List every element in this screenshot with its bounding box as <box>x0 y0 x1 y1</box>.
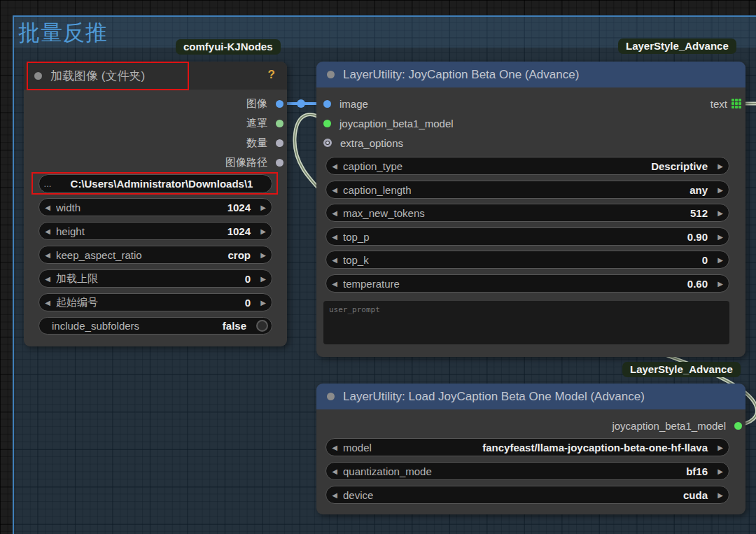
output-slot-image-path[interactable]: 图像路径 <box>225 153 287 172</box>
node-load-model-header[interactable]: LayerUtility: Load JoyCaption Beta One M… <box>316 384 746 409</box>
spinner-right-icon[interactable]: ▶ <box>712 186 729 194</box>
user-prompt-textarea[interactable] <box>323 301 729 344</box>
toggle-knob-icon[interactable] <box>256 320 268 332</box>
widget-height[interactable]: ◀ height 1024 ▶ <box>38 222 272 240</box>
widget-width[interactable]: ◀ width 1024 ▶ <box>38 198 272 216</box>
spinner-right-icon[interactable]: ▶ <box>712 491 729 499</box>
output-dot-icon[interactable] <box>276 100 284 108</box>
spinner-left-icon[interactable]: ◀ <box>326 209 343 217</box>
spinner-right-icon[interactable]: ▶ <box>255 275 272 283</box>
help-icon[interactable]: ? <box>268 68 275 82</box>
widget-load-cap[interactable]: ◀ 加载上限 0 ▶ <box>38 269 272 288</box>
input-ring-icon[interactable] <box>323 139 332 147</box>
annotation-highlight-node-title <box>27 62 189 90</box>
node-load-image-folder[interactable]: 加载图像 (文件夹) ? 图像 遮罩 数量 图像路径 ... C:\Users\… <box>24 62 287 346</box>
output-dot-icon[interactable] <box>276 159 284 167</box>
widget-top-p[interactable]: ◀ top_p 0.90 ▶ <box>326 227 729 246</box>
spinner-right-icon[interactable]: ▶ <box>712 280 729 288</box>
input-slot-extra-options[interactable]: extra_options <box>320 133 403 153</box>
widget-keep-aspect-ratio[interactable]: ◀ keep_aspect_ratio crop ▶ <box>38 246 272 264</box>
widget-quantization-mode[interactable]: ◀ quantization_mode bf16 ▶ <box>326 462 729 480</box>
group-title: 批量反推 <box>18 18 108 48</box>
output-dot-icon[interactable] <box>276 120 284 127</box>
output-slot-count[interactable]: 数量 <box>246 133 287 153</box>
spinner-right-icon[interactable]: ▶ <box>712 468 729 475</box>
output-slot-image[interactable]: 图像 <box>246 94 287 113</box>
spinner-left-icon[interactable]: ◀ <box>39 299 56 307</box>
widget-include-subfolders-toggle[interactable]: include_subfolders false <box>38 317 272 335</box>
widget-device[interactable]: ◀ device cuda ▶ <box>326 486 729 504</box>
widget-start-index[interactable]: ◀ 起始编号 0 ▶ <box>38 293 272 311</box>
widget-max-new-tokens[interactable]: ◀ max_new_tokens 512 ▶ <box>326 204 729 222</box>
badge-layerstyle-advance-top: LayerStyle_Advance <box>618 38 736 54</box>
widget-temperature[interactable]: ◀ temperature 0.60 ▶ <box>326 274 729 293</box>
output-dot-icon[interactable] <box>276 139 284 147</box>
output-slot-joycaption-model[interactable]: joycaption_beta1_model <box>612 416 746 435</box>
widget-caption-type[interactable]: ◀ caption_type Descriptive ▶ <box>326 157 729 175</box>
node-joycaption-header[interactable]: LayerUtility: JoyCaption Beta One (Advan… <box>316 62 746 87</box>
collapse-dot-icon[interactable] <box>327 393 335 400</box>
node-title: LayerUtility: Load JoyCaption Beta One M… <box>343 390 645 404</box>
badge-comfyui-kjnodes: comfyui-KJNodes <box>176 39 281 55</box>
badge-layerstyle-advance-mid: LayerStyle_Advance <box>622 362 741 377</box>
spinner-left-icon[interactable]: ◀ <box>326 162 343 170</box>
spinner-right-icon[interactable]: ▶ <box>255 299 272 307</box>
output-slot-text[interactable]: text <box>710 94 746 113</box>
spinner-right-icon[interactable]: ▶ <box>712 444 729 451</box>
spinner-left-icon[interactable]: ◀ <box>39 275 56 283</box>
spinner-left-icon[interactable]: ◀ <box>326 256 343 264</box>
list-output-grid-icon[interactable] <box>732 99 741 108</box>
spinner-left-icon[interactable]: ◀ <box>39 227 56 235</box>
widget-top-k[interactable]: ◀ top_k 0 ▶ <box>326 251 729 269</box>
node-joycaption-advance[interactable]: LayerUtility: JoyCaption Beta One (Advan… <box>316 62 746 357</box>
spinner-right-icon[interactable]: ▶ <box>712 233 729 241</box>
spinner-left-icon[interactable]: ◀ <box>326 491 343 499</box>
input-dot-icon[interactable] <box>323 100 331 108</box>
node-load-joycaption-model[interactable]: LayerUtility: Load JoyCaption Beta One M… <box>316 384 746 514</box>
node-graph-canvas[interactable]: 批量反推 加载图像 (文件夹) ? 图像 遮罩 数量 <box>0 0 756 534</box>
spinner-left-icon[interactable]: ◀ <box>39 251 56 259</box>
widget-model[interactable]: ◀ model fancyfeast/llama-joycaption-beta… <box>326 438 729 456</box>
spinner-right-icon[interactable]: ▶ <box>712 162 729 170</box>
collapse-dot-icon[interactable] <box>327 71 335 78</box>
spinner-left-icon[interactable]: ◀ <box>326 468 343 475</box>
output-slot-mask[interactable]: 遮罩 <box>246 113 287 133</box>
input-dot-icon[interactable] <box>323 120 331 127</box>
spinner-left-icon[interactable]: ◀ <box>326 444 343 451</box>
spinner-right-icon[interactable]: ▶ <box>712 256 729 264</box>
output-dot-icon[interactable] <box>734 422 742 430</box>
spinner-left-icon[interactable]: ◀ <box>326 186 343 194</box>
widget-caption-length[interactable]: ◀ caption_length any ▶ <box>326 181 729 199</box>
spinner-right-icon[interactable]: ▶ <box>712 209 729 217</box>
input-slot-joycaption-model[interactable]: joycaption_beta1_model <box>320 113 454 133</box>
annotation-highlight-path-widget <box>31 172 278 195</box>
spinner-right-icon[interactable]: ▶ <box>255 251 272 259</box>
spinner-left-icon[interactable]: ◀ <box>326 280 343 288</box>
spinner-right-icon[interactable]: ▶ <box>255 204 272 211</box>
input-slot-image[interactable]: image <box>320 94 368 113</box>
spinner-left-icon[interactable]: ◀ <box>326 233 343 241</box>
spinner-right-icon[interactable]: ▶ <box>255 227 272 235</box>
node-title: LayerUtility: JoyCaption Beta One (Advan… <box>343 68 579 82</box>
spinner-left-icon[interactable]: ◀ <box>39 204 56 211</box>
